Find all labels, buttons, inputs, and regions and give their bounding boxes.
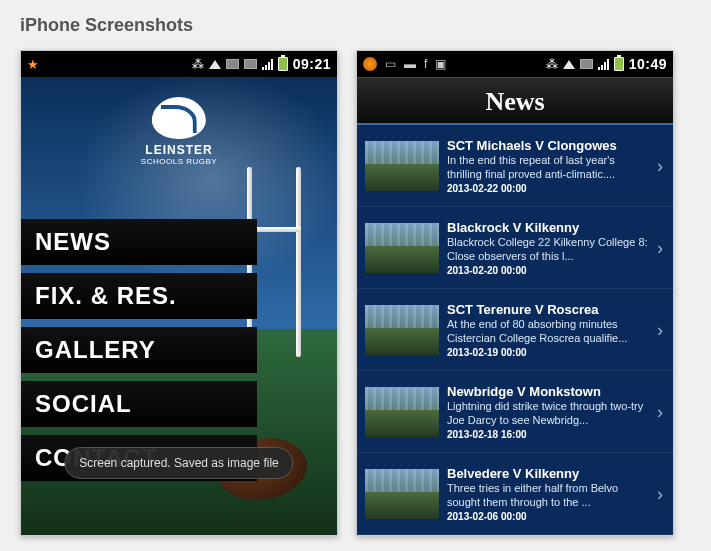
toast-message: Screen captured. Saved as image file [64, 447, 293, 479]
menu-item-news[interactable]: NEWS [21, 219, 257, 265]
chevron-right-icon: › [657, 320, 667, 341]
screenshot-1: ★ ⁂ 09:21 LEINSTER [20, 50, 338, 536]
menu-item-fixtures[interactable]: FIX. & RES. [21, 273, 257, 319]
news-date: 2013-02-06 00:00 [447, 511, 649, 522]
crest-icon [152, 97, 206, 139]
sim-icon [244, 59, 257, 69]
news-item[interactable]: Newbridge V Monkstown Lightning did stri… [357, 371, 673, 453]
star-icon: ★ [27, 57, 39, 72]
news-title: Belvedere V Kilkenny [447, 466, 649, 481]
logo-line2: SCHOOLS RUGBY [141, 157, 217, 166]
chevron-right-icon: › [657, 156, 667, 177]
page-title: iPhone Screenshots [20, 15, 691, 36]
signal-icon [262, 58, 273, 70]
store-icon: ▣ [435, 57, 446, 71]
news-thumbnail [365, 141, 439, 191]
signal-icon [598, 58, 609, 70]
news-title: Newbridge V Monkstown [447, 384, 649, 399]
battery-icon [278, 57, 288, 71]
news-item[interactable]: Blackrock V Kilkenny Blackrock College 2… [357, 207, 673, 289]
news-list[interactable]: SCT Michaels V Clongowes In the end this… [357, 125, 673, 535]
news-desc: Three tries in either half from Belvo so… [447, 482, 649, 510]
wifi-icon [209, 60, 221, 69]
chevron-right-icon: › [657, 238, 667, 259]
sdcard-icon [580, 59, 593, 69]
news-item[interactable]: SCT Terenure V Roscrea At the end of 80 … [357, 289, 673, 371]
news-header: News [357, 77, 673, 125]
chat-icon: ▭ [385, 57, 396, 71]
news-date: 2013-02-20 00:00 [447, 265, 649, 276]
main-menu: NEWS FIX. & RES. GALLERY SOCIAL CONTACT [21, 219, 257, 481]
screenshot-2: ▭ ▬ f ▣ ⁂ 10:49 News [356, 50, 674, 536]
news-item[interactable]: Belvedere V Kilkenny Three tries in eith… [357, 453, 673, 535]
sdcard-icon [226, 59, 239, 69]
message-icon: ▬ [404, 57, 416, 71]
news-desc: At the end of 80 absorbing minutes Ciste… [447, 318, 649, 346]
news-desc: In the end this repeat of last year's th… [447, 154, 649, 182]
news-date: 2013-02-22 00:00 [447, 183, 649, 194]
notification-icon [363, 57, 377, 71]
battery-icon [614, 57, 624, 71]
news-title: Blackrock V Kilkenny [447, 220, 649, 235]
news-desc: Lightning did strike twice through two-t… [447, 400, 649, 428]
logo-line1: LEINSTER [141, 143, 217, 157]
news-thumbnail [365, 305, 439, 355]
news-desc: Blackrock College 22 Kilkenny College 8:… [447, 236, 649, 264]
app-main-screen: LEINSTER SCHOOLS RUGBY NEWS FIX. & RES. … [21, 77, 337, 535]
screenshots-row: ★ ⁂ 09:21 LEINSTER [20, 50, 691, 536]
statusbar: ▭ ▬ f ▣ ⁂ 10:49 [357, 51, 673, 77]
news-thumbnail [365, 469, 439, 519]
news-thumbnail [365, 223, 439, 273]
chevron-right-icon: › [657, 402, 667, 423]
news-title: SCT Michaels V Clongowes [447, 138, 649, 153]
news-title: SCT Terenure V Roscrea [447, 302, 649, 317]
chevron-right-icon: › [657, 484, 667, 505]
news-date: 2013-02-19 00:00 [447, 347, 649, 358]
bluetooth-icon: ⁂ [192, 57, 204, 71]
statusbar-time: 09:21 [293, 56, 331, 72]
menu-item-gallery[interactable]: GALLERY [21, 327, 257, 373]
news-item[interactable]: SCT Michaels V Clongowes In the end this… [357, 125, 673, 207]
statusbar-time: 10:49 [629, 56, 667, 72]
facebook-icon: f [424, 57, 427, 71]
bluetooth-icon: ⁂ [546, 57, 558, 71]
statusbar: ★ ⁂ 09:21 [21, 51, 337, 77]
app-logo: LEINSTER SCHOOLS RUGBY [141, 97, 217, 166]
menu-item-social[interactable]: SOCIAL [21, 381, 257, 427]
news-thumbnail [365, 387, 439, 437]
news-date: 2013-02-18 16:00 [447, 429, 649, 440]
wifi-icon [563, 60, 575, 69]
